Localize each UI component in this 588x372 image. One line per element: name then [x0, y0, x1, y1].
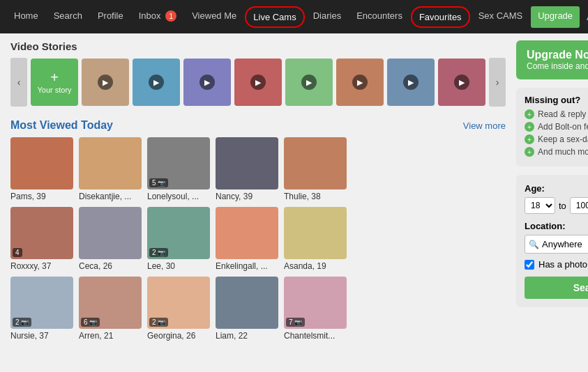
has-photo-row: Has a photo [525, 259, 588, 270]
badge-14: 7 📷 [286, 318, 305, 327]
profile-card-13[interactable]: Liam, 22 [216, 277, 278, 341]
profile-card-2[interactable]: 5 📷 Lonelysoul, ... [147, 137, 210, 201]
play-button-1[interactable]: ▶ [98, 75, 113, 90]
missing-item-label-0: Read & reply to messages [538, 109, 588, 119]
missing-item-2: + Keep a sex-date diary [525, 134, 588, 144]
profile-row-2: 4 Roxxxy, 37 Ceca, 26 2 📷 Lee, 30 Enkeli… [10, 207, 506, 271]
add-story-label: Your story [37, 86, 71, 94]
play-button-4[interactable]: ▶ [250, 75, 266, 90]
story-thumb-6[interactable]: ▶ [336, 59, 384, 106]
badge-12: 2 📷 [149, 318, 168, 327]
cam-icon-14: 📷 [294, 319, 302, 326]
left-panel: Video Stories ‹ + Your story ▶ ▶ ▶ ▶ ▶ [10, 40, 506, 346]
search-button[interactable]: Search [525, 277, 588, 299]
play-button-7[interactable]: ▶ [403, 75, 419, 90]
profile-card-4[interactable]: Thulie, 38 [284, 137, 347, 201]
profile-row-3: 2 📷 Nursie, 37 6 📷 Arren, 21 2 📷 Georgin… [10, 277, 506, 341]
nav-item-account[interactable]: Account [580, 8, 588, 26]
profile-card-11[interactable]: 6 📷 Arren, 21 [79, 277, 142, 341]
nav-item-viewed-me[interactable]: Viewed Me [185, 6, 243, 28]
play-button-5[interactable]: ▶ [301, 75, 317, 90]
add-story-button[interactable]: + Your story [31, 59, 78, 106]
age-to-select[interactable]: 10025304050 [570, 197, 588, 214]
inbox-badge: 1 [165, 10, 176, 22]
profile-thumb-11: 6 📷 [79, 277, 142, 329]
profile-name-4: Thulie, 38 [284, 192, 347, 201]
profile-card-6[interactable]: Ceca, 26 [79, 207, 142, 271]
cam-icon-11: 📷 [89, 319, 97, 326]
upgrade-box[interactable]: Upgrade Now Come inside and play! ✓ [516, 40, 588, 79]
badge-7: 2 📷 [149, 248, 168, 257]
profile-card-12[interactable]: 2 📷 Georgina, 26 [147, 277, 210, 341]
nav-item-sex-cams[interactable]: Sex CAMS [472, 6, 530, 28]
badge-10: 2 📷 [13, 318, 31, 327]
stories-row: ‹ + Your story ▶ ▶ ▶ ▶ ▶ ▶ [10, 58, 506, 107]
play-button-6[interactable]: ▶ [352, 75, 368, 90]
stories-title: Video Stories [10, 40, 506, 52]
has-photo-checkbox[interactable] [525, 260, 534, 270]
story-thumb-5[interactable]: ▶ [285, 59, 333, 106]
profile-thumb-1 [79, 137, 142, 189]
profile-card-8[interactable]: Enkelingall, ... [216, 207, 278, 271]
play-button-8[interactable]: ▶ [454, 75, 469, 90]
missing-out-box: Missing out? + Read & reply to messages … [516, 88, 588, 166]
profile-name-8: Enkelingall, ... [216, 261, 278, 271]
upgrade-box-text: Upgrade Now Come inside and play! [527, 49, 588, 71]
play-button-3[interactable]: ▶ [199, 75, 215, 90]
story-thumb-1[interactable]: ▶ [82, 59, 129, 106]
profile-name-6: Ceca, 26 [79, 261, 142, 271]
stories-prev-arrow[interactable]: ‹ [10, 58, 27, 107]
stories-next-arrow[interactable]: › [489, 58, 506, 107]
profile-thumb-0 [10, 137, 73, 189]
age-label: Age: [525, 183, 588, 194]
upgrade-box-title: Upgrade Now [527, 49, 588, 61]
cam-icon-12: 📷 [158, 319, 165, 326]
profile-card-1[interactable]: Disekantjie, ... [79, 137, 142, 201]
play-button-2[interactable]: ▶ [149, 75, 164, 90]
nav-item-search[interactable]: Search [47, 6, 89, 28]
profile-name-3: Nancy, 39 [216, 192, 278, 201]
profile-name-1: Disekantjie, ... [79, 192, 142, 201]
nav-right: Account Logout [580, 8, 588, 26]
profile-thumb-6 [79, 207, 142, 259]
profile-card-10[interactable]: 2 📷 Nursie, 37 [10, 277, 73, 341]
profile-thumb-10: 2 📷 [10, 277, 73, 329]
age-row: 1819202530 to 10025304050 [525, 197, 588, 214]
age-from-select[interactable]: 1819202530 [525, 197, 555, 214]
nav-item-encounters[interactable]: Encounters [349, 6, 409, 28]
profile-card-9[interactable]: Asanda, 19 [284, 207, 347, 271]
sidebar: Upgrade Now Come inside and play! ✓ Miss… [516, 40, 588, 346]
profile-name-14: Chantelsmit... [284, 331, 347, 341]
location-input-wrap: 🔍 [525, 235, 588, 254]
nav-item-profile[interactable]: Profile [91, 6, 130, 28]
location-search-icon: 🔍 [529, 240, 539, 249]
profile-thumb-9 [284, 207, 347, 259]
nav-item-inbox[interactable]: Inbox 1 [132, 6, 183, 28]
nav-item-home[interactable]: Home [7, 6, 45, 28]
story-thumb-4[interactable]: ▶ [234, 59, 282, 106]
search-panel: Age: 1819202530 to 10025304050 Location:… [516, 175, 588, 307]
profile-name-12: Georgina, 26 [147, 331, 210, 341]
nav-item-live-cams[interactable]: Live Cams [245, 6, 304, 28]
view-more-link[interactable]: View more [463, 121, 506, 131]
missing-item-0: + Read & reply to messages [525, 109, 588, 119]
plus-icon-1: + [525, 122, 534, 132]
nav-item-diaries[interactable]: Diaries [306, 6, 348, 28]
story-thumb-7[interactable]: ▶ [387, 59, 435, 106]
profile-card-5[interactable]: 4 Roxxxy, 37 [10, 207, 73, 271]
story-thumb-2[interactable]: ▶ [133, 59, 180, 106]
profile-name-13: Liam, 22 [216, 331, 278, 341]
profile-card-14[interactable]: 7 📷 Chantelsmit... [284, 277, 347, 341]
missing-item-3: + And much more... [525, 147, 588, 157]
story-thumb-3[interactable]: ▶ [183, 59, 231, 106]
nav-item-favourites[interactable]: Favourites [411, 6, 470, 28]
profile-card-3[interactable]: Nancy, 39 [216, 137, 278, 201]
profile-card-0[interactable]: Pams, 39 [10, 137, 73, 201]
main-content: Video Stories ‹ + Your story ▶ ▶ ▶ ▶ ▶ [0, 33, 588, 353]
profile-name-7: Lee, 30 [147, 261, 210, 271]
story-thumb-8[interactable]: ▶ [438, 59, 485, 106]
missing-item-label-1: Add Bolt-on features [538, 122, 588, 132]
profile-card-7[interactable]: 2 📷 Lee, 30 [147, 207, 210, 271]
profile-name-0: Pams, 39 [10, 192, 73, 201]
nav-item-upgrade[interactable]: Upgrade [531, 6, 580, 28]
